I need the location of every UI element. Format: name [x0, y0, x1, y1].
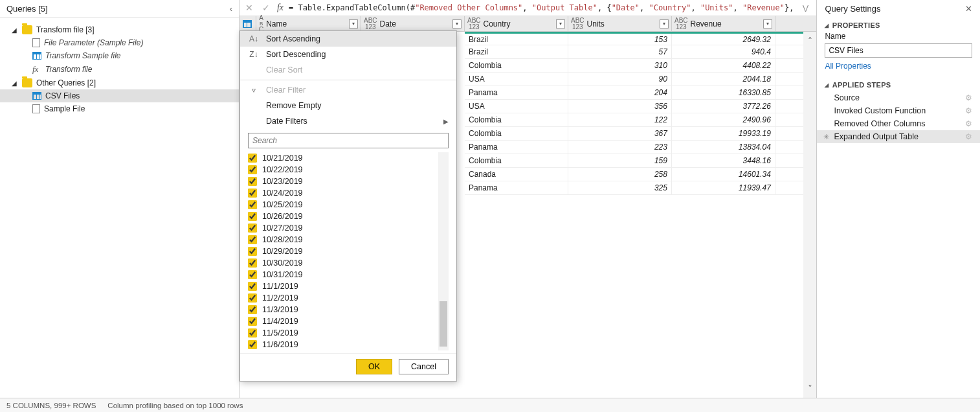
- filter-value-item[interactable]: 10/24/2019: [248, 187, 449, 199]
- filter-values-list[interactable]: 10/21/201910/22/201910/23/201910/24/2019…: [248, 152, 449, 350]
- filter-value-item[interactable]: 10/27/2019: [248, 222, 449, 234]
- filter-value-item[interactable]: 11/3/2019: [248, 304, 449, 315]
- table-row[interactable]: Panama22313834.04: [465, 141, 816, 154]
- table-row[interactable]: Panama20416330.85: [465, 86, 816, 100]
- filter-value-item[interactable]: 10/28/2019: [248, 234, 449, 246]
- filter-checkbox[interactable]: [248, 223, 257, 233]
- filter-checkbox[interactable]: [248, 235, 257, 244]
- scroll-up-icon[interactable]: ˄: [808, 32, 812, 50]
- table-row[interactable]: Colombia1222490.96: [465, 113, 816, 127]
- col-date[interactable]: ABC123 Date ▾: [361, 16, 465, 31]
- gear-icon[interactable]: ⚙: [965, 119, 972, 128]
- tree-item[interactable]: File Parameter (Sample File): [0, 36, 239, 49]
- tree-item[interactable]: fxTransform file: [0, 62, 239, 76]
- col-revenue[interactable]: ABC123 Revenue ▾: [672, 16, 775, 31]
- sort-descending[interactable]: Z↓ Sort Descending: [240, 47, 456, 62]
- filter-checkbox[interactable]: [248, 212, 257, 221]
- filter-checkbox[interactable]: [248, 154, 257, 163]
- tree-item[interactable]: Transform Sample file: [0, 49, 239, 62]
- filter-value-item[interactable]: 10/23/2019: [248, 176, 449, 187]
- filter-checkbox[interactable]: [248, 200, 257, 209]
- filter-checkbox[interactable]: [248, 317, 257, 326]
- table-row[interactable]: Colombia1593448.16: [465, 154, 816, 168]
- formula-text[interactable]: = Table.ExpandTableColumn(#"Removed Othe…: [289, 3, 794, 12]
- filter-value-item[interactable]: 10/25/2019: [248, 199, 449, 211]
- tree-item[interactable]: Sample File: [0, 102, 239, 115]
- filter-value-item[interactable]: 10/26/2019: [248, 211, 449, 222]
- filter-value-item[interactable]: 10/22/2019: [248, 164, 449, 176]
- col-date-filter[interactable]: ▾: [452, 19, 462, 29]
- formula-cancel-icon[interactable]: ✕: [243, 3, 255, 13]
- filter-value-item[interactable]: 10/21/2019: [248, 152, 449, 164]
- filter-value-item[interactable]: 11/4/2019: [248, 315, 449, 327]
- col-revenue-filter[interactable]: ▾: [763, 19, 772, 29]
- folder-icon: [22, 78, 32, 87]
- col-units[interactable]: ABC123 Units ▾: [568, 16, 672, 31]
- applied-steps-section[interactable]: APPLIED STEPS: [817, 77, 980, 91]
- filter-checkbox[interactable]: [248, 305, 257, 314]
- filter-checkbox[interactable]: [248, 328, 257, 338]
- tree-item[interactable]: CSV Files: [0, 89, 239, 102]
- filter-search-input[interactable]: [248, 133, 449, 148]
- filter-value-item[interactable]: 11/6/2019: [248, 339, 449, 350]
- filter-value-item[interactable]: 11/1/2019: [248, 280, 449, 292]
- table-row[interactable]: USA3563772.26: [465, 100, 816, 113]
- filter-value-item[interactable]: 11/5/2019: [248, 327, 449, 339]
- cancel-button[interactable]: Cancel: [399, 359, 449, 374]
- filter-value-item[interactable]: 10/30/2019: [248, 257, 449, 269]
- fx-icon[interactable]: fx: [277, 3, 284, 13]
- col-name[interactable]: ABC Name ▾: [256, 16, 361, 31]
- applied-step[interactable]: Invoked Custom Function⚙: [817, 104, 980, 117]
- formula-expand-icon[interactable]: ⋁: [799, 4, 812, 12]
- filter-list-scrollbar[interactable]: [438, 152, 449, 350]
- table-row[interactable]: Colombia36719933.19: [465, 127, 816, 141]
- col-country[interactable]: ABC123 Country ▾: [465, 16, 568, 31]
- query-name-input[interactable]: [825, 43, 972, 58]
- col-country-filter[interactable]: ▾: [556, 19, 565, 29]
- row-index-header[interactable]: [239, 16, 256, 31]
- cell-units: 223: [568, 141, 672, 154]
- filter-checkbox[interactable]: [248, 340, 257, 349]
- remove-empty[interactable]: Remove Empty: [240, 98, 456, 113]
- col-name-filter[interactable]: ▾: [349, 19, 358, 29]
- gear-icon[interactable]: ⚙: [965, 132, 972, 141]
- applied-step[interactable]: Source⚙: [817, 91, 980, 104]
- table-row[interactable]: USA902044.18: [465, 73, 816, 86]
- all-properties-link[interactable]: All Properties: [817, 62, 980, 77]
- gear-icon[interactable]: ⚙: [965, 106, 972, 115]
- cell-country: Colombia: [465, 113, 568, 126]
- filter-checkbox[interactable]: [248, 247, 257, 256]
- filter-value-item[interactable]: 10/31/2019: [248, 269, 449, 280]
- scroll-down-icon[interactable]: ˅: [808, 380, 812, 398]
- filter-checkbox[interactable]: [248, 270, 257, 279]
- collapse-queries-icon[interactable]: ‹: [230, 4, 232, 14]
- tree-folder[interactable]: ◢Transform file [3]: [0, 23, 239, 36]
- filter-checkbox[interactable]: [248, 282, 257, 291]
- ok-button[interactable]: OK: [356, 359, 392, 374]
- table-row[interactable]: Canada25814601.34: [465, 168, 816, 181]
- filter-checkbox[interactable]: [248, 189, 257, 198]
- tree-folder[interactable]: ◢Other Queries [2]: [0, 76, 239, 89]
- filter-checkbox[interactable]: [248, 293, 257, 303]
- filter-checkbox[interactable]: [248, 165, 257, 174]
- sort-ascending[interactable]: A↓ Sort Ascending: [240, 31, 456, 47]
- gear-icon[interactable]: ⚙: [965, 93, 972, 102]
- date-filters[interactable]: Date Filters ▶: [240, 113, 456, 129]
- filter-checkbox[interactable]: [248, 258, 257, 268]
- filter-value-item[interactable]: 11/2/2019: [248, 292, 449, 304]
- grid-scrollbar[interactable]: ˄ ˅: [803, 32, 816, 398]
- col-units-filter[interactable]: ▾: [660, 19, 669, 29]
- formula-commit-icon[interactable]: ✓: [260, 3, 272, 13]
- filter-value-item[interactable]: 10/29/2019: [248, 246, 449, 257]
- clear-sort: Clear Sort: [240, 62, 456, 78]
- close-settings-icon[interactable]: ✕: [965, 4, 972, 14]
- applied-step[interactable]: Removed Other Columns⚙: [817, 117, 980, 130]
- applied-step[interactable]: ✳Expanded Output Table⚙: [817, 130, 980, 143]
- table-row[interactable]: Colombia3104408.22: [465, 59, 816, 73]
- filter-checkbox[interactable]: [248, 177, 257, 186]
- properties-section[interactable]: PROPERTIES: [817, 17, 980, 32]
- cell-country: Panama: [465, 141, 568, 154]
- table-row[interactable]: Brazil1532649.32: [465, 32, 816, 45]
- table-row[interactable]: Brazil57940.4: [465, 45, 816, 59]
- table-row[interactable]: Panama32511939.47: [465, 181, 816, 195]
